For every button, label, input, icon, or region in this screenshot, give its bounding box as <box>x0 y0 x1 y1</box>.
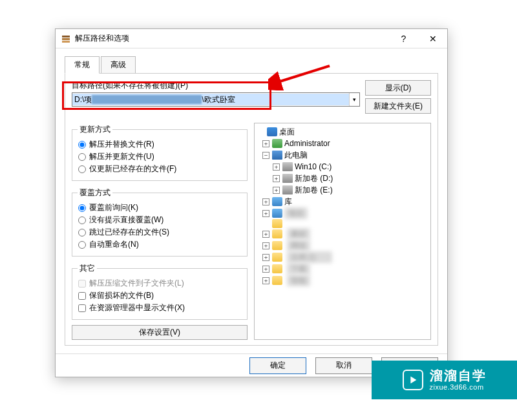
overwrite-mode-group: 覆盖方式 覆盖前询问(K) 没有提示直接覆盖(W) 跳过已经存在的文件(S) 自… <box>72 187 248 257</box>
expander-icon[interactable]: + <box>273 175 280 182</box>
help-button[interactable]: ? <box>389 29 418 48</box>
overwrite-mode-legend: 覆盖方式 <box>78 187 112 198</box>
folder-icon <box>272 253 282 262</box>
destination-path-display[interactable]: D:\项\欧式卧室 <box>72 94 349 105</box>
update-replace-option[interactable]: 解压并替换文件(R) <box>78 139 242 150</box>
new-folder-button[interactable]: 新建文件夹(E) <box>365 98 431 114</box>
brand-logo-icon <box>403 370 423 390</box>
cancel-button[interactable]: 取消 <box>315 357 372 374</box>
tree-drive-d[interactable]: +新加卷 (D:) <box>257 173 428 184</box>
app-icon <box>61 34 71 44</box>
tabstrip: 常规 高级 <box>65 56 438 74</box>
misc-subfolder-option: 解压压缩文件到子文件夹(L) <box>78 278 242 289</box>
update-update-radio[interactable] <box>78 153 86 161</box>
update-mode-legend: 更新方式 <box>78 124 112 135</box>
tree-item-blur[interactable]: +项目 <box>257 207 428 219</box>
overwrite-ask-radio[interactable] <box>78 204 86 212</box>
extract-options-dialog: 解压路径和选项 ? ✕ 常规 高级 目标路径(如果不存在将被创建)(P) D:\… <box>55 28 448 377</box>
update-existing-option[interactable]: 仅更新已经存在的文件(F) <box>78 163 242 174</box>
overwrite-noask-option[interactable]: 没有提示直接覆盖(W) <box>78 215 242 226</box>
expander-icon[interactable]: + <box>262 140 269 147</box>
library-icon <box>272 197 282 206</box>
destination-path-combobox[interactable]: D:\项\欧式卧室 ▾ <box>72 92 360 107</box>
svg-marker-5 <box>410 377 416 384</box>
misc-show-explorer-checkbox[interactable] <box>78 304 86 312</box>
tree-item-blur[interactable]: +网络 <box>257 240 428 251</box>
destination-path-label: 目标路径(如果不存在将被创建)(P) <box>72 80 360 91</box>
misc-legend: 其它 <box>78 263 97 274</box>
tree-drive-c[interactable]: +Win10 (C:) <box>257 161 428 173</box>
folder-icon <box>272 241 282 250</box>
pc-icon <box>272 151 282 160</box>
update-existing-radio[interactable] <box>78 165 86 173</box>
folder-icon <box>272 229 282 238</box>
tree-item-blur[interactable] <box>257 219 428 228</box>
destination-path-group: 目标路径(如果不存在将被创建)(P) D:\项\欧式卧室 ▾ <box>72 80 360 116</box>
drive-icon <box>282 162 293 171</box>
tree-drive-e[interactable]: +新加卷 (E:) <box>257 184 428 196</box>
expander-icon[interactable]: + <box>262 210 269 217</box>
expander-icon[interactable]: + <box>262 254 269 261</box>
overwrite-ask-option[interactable]: 覆盖前询问(K) <box>78 202 242 213</box>
tree-admin[interactable]: +Administrator <box>257 138 428 149</box>
brand-name: 溜溜自学 <box>430 368 487 383</box>
expander-icon[interactable]: + <box>262 242 269 249</box>
update-mode-group: 更新方式 解压并替换文件(R) 解压并更新文件(U) 仅更新已经存在的文件(F) <box>72 124 248 181</box>
overwrite-noask-radio[interactable] <box>78 216 86 224</box>
tree-desktop[interactable]: 桌面 <box>257 126 428 138</box>
misc-group: 其它 解压压缩文件到子文件夹(L) 保留损坏的文件(B) 在资源管理器中显示文件… <box>72 263 248 320</box>
ok-button[interactable]: 确定 <box>249 357 306 374</box>
tree-item-blur[interactable]: +下载 <box>257 263 428 275</box>
drive-icon <box>282 174 293 183</box>
display-button[interactable]: 显示(D) <box>365 80 431 96</box>
expander-icon[interactable]: + <box>273 163 280 171</box>
overwrite-skip-option[interactable]: 跳过已经存在的文件(S) <box>78 227 242 238</box>
svg-rect-0 <box>62 36 70 37</box>
tree-item-blur[interactable]: +素材 <box>257 228 428 240</box>
desktop-icon <box>267 127 277 136</box>
svg-rect-2 <box>62 41 70 43</box>
folder-icon <box>272 264 282 273</box>
misc-show-explorer-option[interactable]: 在资源管理器中显示文件(X) <box>78 302 242 313</box>
update-update-option[interactable]: 解压并更新文件(U) <box>78 151 242 162</box>
dialog-body: 常规 高级 目标路径(如果不存在将被创建)(P) D:\项\欧式卧室 ▾ 显示(… <box>56 48 447 353</box>
misc-subfolder-checkbox <box>78 280 86 288</box>
window-title: 解压路径和选项 <box>75 33 389 44</box>
folder-icon <box>272 219 282 228</box>
titlebar: 解压路径和选项 ? ✕ <box>56 29 447 48</box>
svg-rect-1 <box>62 38 70 40</box>
tab-general[interactable]: 常规 <box>65 56 100 74</box>
expander-icon[interactable]: + <box>262 231 269 238</box>
brand-site: zixue.3d66.com <box>430 383 487 392</box>
expander-icon[interactable]: + <box>262 277 269 284</box>
chevron-down-icon[interactable]: ▾ <box>349 93 359 106</box>
overwrite-rename-radio[interactable] <box>78 241 86 249</box>
user-icon <box>272 139 282 148</box>
overwrite-rename-option[interactable]: 自动重命名(N) <box>78 239 242 250</box>
update-replace-radio[interactable] <box>78 141 86 149</box>
save-settings-button[interactable]: 保存设置(V) <box>72 325 248 340</box>
network-icon <box>272 209 282 218</box>
tree-item-blur[interactable]: +智能 <box>257 275 428 286</box>
expander-icon[interactable]: + <box>262 266 269 273</box>
general-panel: 目标路径(如果不存在将被创建)(P) D:\项\欧式卧室 ▾ 显示(D) 新建文… <box>65 73 438 346</box>
watermark-brand: 溜溜自学 zixue.3d66.com <box>372 361 517 399</box>
tree-library[interactable]: +库 <box>257 196 428 207</box>
folder-icon <box>272 276 282 285</box>
expander-icon[interactable]: + <box>262 198 269 205</box>
drive-icon <box>282 185 293 194</box>
overwrite-skip-radio[interactable] <box>78 229 86 236</box>
expander-icon[interactable]: − <box>262 152 269 159</box>
folder-tree[interactable]: 桌面 +Administrator −此电脑 +Win10 (C:) +新加卷 … <box>254 123 431 340</box>
close-button[interactable]: ✕ <box>418 29 447 48</box>
misc-keep-broken-option[interactable]: 保留损坏的文件(B) <box>78 290 242 301</box>
tree-item-blur[interactable]: +文档 2) <box>257 251 428 263</box>
misc-keep-broken-checkbox[interactable] <box>78 292 86 300</box>
expander-icon[interactable]: + <box>273 187 280 194</box>
tree-this-pc[interactable]: −此电脑 <box>257 149 428 161</box>
tab-advanced[interactable]: 高级 <box>101 56 136 74</box>
